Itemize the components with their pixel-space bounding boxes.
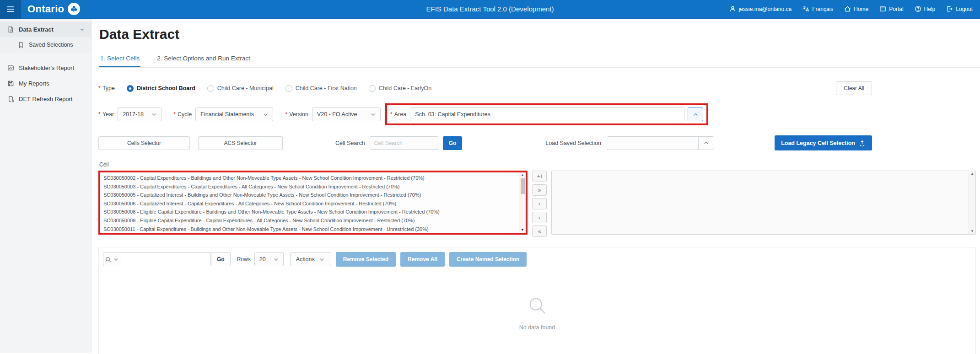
chevron-down-icon xyxy=(151,111,157,118)
radio-district-school-board[interactable]: District School Board xyxy=(127,85,195,92)
main-content: Data Extract 1. Select Cells 2. Select O… xyxy=(92,19,980,353)
scroll-down-icon[interactable]: ▼ xyxy=(970,229,974,234)
save-icon xyxy=(7,80,14,87)
move-all-right-button[interactable]: » xyxy=(532,184,547,196)
rows-label: Rows xyxy=(237,256,251,263)
chevron-down-icon xyxy=(318,256,325,263)
load-saved-selection-label: Load Saved Selection xyxy=(545,140,601,146)
load-legacy-cell-selection-button[interactable]: Load Legacy Cell Selection xyxy=(775,135,872,150)
right-list-scrollbar[interactable]: ▲ ▼ xyxy=(969,171,975,234)
search-column-button[interactable] xyxy=(103,252,121,266)
data-extract-icon xyxy=(7,26,14,33)
move-right-button[interactable]: › xyxy=(532,198,547,209)
report-search-input[interactable] xyxy=(121,252,211,266)
radio-dot-icon xyxy=(285,85,292,92)
help-icon xyxy=(915,5,921,12)
available-cells-listbox: SC030050002 - Capital Expenditures - Bui… xyxy=(100,172,526,233)
create-named-selection-button[interactable]: Create Named Selection xyxy=(449,252,527,267)
scroll-up-icon[interactable]: ▲ xyxy=(521,173,524,177)
selected-cells-list[interactable] xyxy=(552,171,969,234)
upload-icon xyxy=(859,139,866,146)
cell-shuttle: SC030050002 - Capital Expenditures - Bui… xyxy=(98,171,980,237)
cells-selector-button[interactable]: Cells Selector xyxy=(98,136,190,150)
remove-selected-button[interactable]: Remove Selected xyxy=(336,252,396,267)
header-nav: jessie.ma@ontario.ca Français Home Porta… xyxy=(729,5,980,12)
radio-dot-icon xyxy=(127,85,134,92)
actions-menu-button[interactable]: Actions xyxy=(290,252,331,266)
cell-search-input[interactable] xyxy=(370,136,438,150)
cell-option[interactable]: SC030050006 - Capitalized Interest - Cap… xyxy=(100,199,519,208)
ontario-brand: Ontario xyxy=(27,3,80,15)
sidebar-item-stakeholders-report[interactable]: Stakeholder's Report xyxy=(0,60,91,75)
refresh-report-icon xyxy=(7,96,14,102)
radio-child-care-earlyon[interactable]: Child Care - EarlyOn xyxy=(369,85,431,92)
area-input[interactable] xyxy=(410,107,684,121)
year-label: *Year xyxy=(98,111,114,118)
chevron-down-icon xyxy=(273,256,280,263)
chevron-down-icon xyxy=(113,256,119,263)
radio-dot-icon xyxy=(369,85,376,92)
cycle-select[interactable]: Financial Statements xyxy=(195,107,273,121)
version-select[interactable]: V20 - FO Active xyxy=(312,107,381,121)
radio-child-care-first-nation[interactable]: Child Care - First Nation xyxy=(285,85,357,92)
help-link[interactable]: Help xyxy=(915,5,936,12)
scroll-up-icon[interactable]: ▲ xyxy=(970,172,974,176)
rows-select[interactable]: 20 xyxy=(254,252,284,266)
cell-option[interactable]: SC030050008 - Eligible Capital Expenditu… xyxy=(100,208,519,216)
user-account-menu[interactable]: jessie.ma@ontario.ca xyxy=(729,5,792,12)
chevron-up-icon xyxy=(703,139,710,146)
cycle-label: *Cycle xyxy=(173,111,192,118)
wizard-tabbar: 1. Select Cells 2. Select Options and Ru… xyxy=(98,51,980,68)
radio-child-care-municipal[interactable]: Child Care - Municipal xyxy=(207,85,274,92)
shuttle-controls: » › ‹ « xyxy=(532,171,547,237)
cell-search-label: Cell Search xyxy=(335,140,365,146)
cell-option[interactable]: SC030050009 - Eligible Capital Expenditu… xyxy=(100,216,519,225)
cell-option[interactable]: SC030050005 - Capitalized Interest - Bui… xyxy=(100,191,519,199)
type-label: *Type xyxy=(98,85,115,91)
ontario-wordmark: Ontario xyxy=(27,3,64,15)
cell-option[interactable]: SC030050003 - Capital Expenditures - Cap… xyxy=(100,182,519,191)
scroll-down-icon[interactable]: ▼ xyxy=(521,228,524,232)
sidebar-item-data-extract[interactable]: Data Extract xyxy=(0,21,91,37)
tab-select-options-run-extract[interactable]: 2. Select Options and Run Extract xyxy=(156,51,251,67)
cell-option[interactable]: SC030050011 - Capital Expenditures - Bui… xyxy=(100,225,519,233)
remove-all-button[interactable]: Remove All xyxy=(400,252,445,267)
annotation-highlight-area-field: *Area xyxy=(385,103,708,125)
clear-all-button[interactable]: Clear All xyxy=(836,81,872,95)
load-saved-selection-combobox[interactable] xyxy=(607,136,714,150)
menu-toggle-button[interactable] xyxy=(0,0,21,19)
reset-icon xyxy=(537,173,543,179)
empty-state: No data found xyxy=(99,295,975,331)
combo-expand-button[interactable] xyxy=(698,137,714,150)
area-collapse-button[interactable] xyxy=(688,107,703,121)
sidebar-item-my-reports[interactable]: My Reports xyxy=(0,75,91,91)
move-all-left-button[interactable]: « xyxy=(532,225,547,237)
acs-selector-button[interactable]: ACS Selector xyxy=(198,136,283,150)
selected-cells-listbox[interactable]: ▲ ▼ xyxy=(551,171,976,235)
sidebar-divider xyxy=(0,53,91,60)
home-link[interactable]: Home xyxy=(844,5,868,12)
scroll-thumb[interactable] xyxy=(521,178,525,194)
portal-link[interactable]: Portal xyxy=(879,5,903,12)
shuttle-reset-button[interactable] xyxy=(532,171,547,182)
move-left-button[interactable]: ‹ xyxy=(532,212,547,223)
portal-window-icon xyxy=(879,5,886,12)
left-list-scrollbar[interactable]: ▲ ▼ xyxy=(519,172,526,233)
cell-option[interactable]: SC030050002 - Capital Expenditures - Bui… xyxy=(100,174,519,182)
page-title: Data Extract xyxy=(99,27,980,42)
trillium-logo-icon xyxy=(68,3,80,15)
version-label: *Version xyxy=(285,111,308,118)
chevron-down-icon xyxy=(79,26,86,33)
report-go-button[interactable]: Go xyxy=(211,252,231,266)
language-toggle[interactable]: Français xyxy=(802,5,833,12)
logout-link[interactable]: Logout xyxy=(946,5,973,12)
tab-select-cells[interactable]: 1. Select Cells xyxy=(99,51,140,67)
year-select[interactable]: 2017-18 xyxy=(118,107,162,121)
available-cells-list[interactable]: SC030050002 - Capital Expenditures - Bui… xyxy=(100,172,519,233)
area-label: *Area xyxy=(390,111,406,118)
sidebar-item-saved-selections[interactable]: Saved Selections xyxy=(0,37,91,53)
sidebar-item-det-refresh-report[interactable]: DET Refresh Report xyxy=(0,91,91,107)
no-data-message: No data found xyxy=(99,324,975,331)
cell-search-go-button[interactable]: Go xyxy=(443,136,463,150)
annotation-highlight-cell-list: SC030050002 - Capital Expenditures - Bui… xyxy=(98,171,528,235)
